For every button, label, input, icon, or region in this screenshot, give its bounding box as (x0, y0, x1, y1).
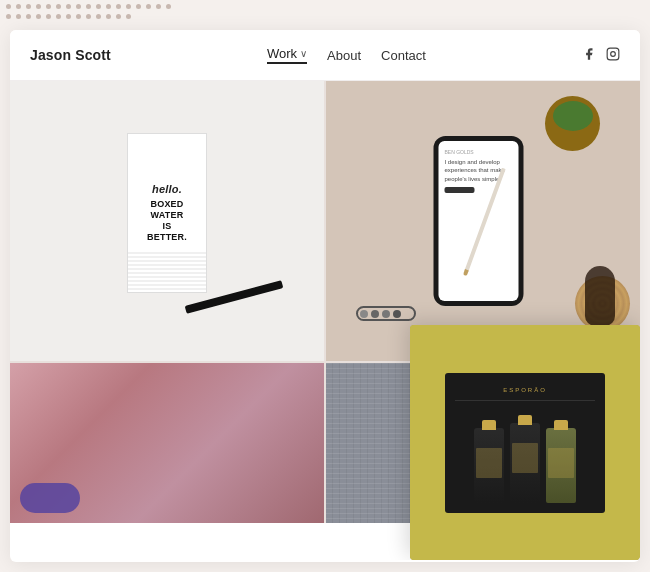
water-waves-decoration (128, 252, 206, 292)
bottle-2-label (512, 443, 538, 473)
hello-text: hello. (152, 183, 182, 195)
content-area: hello. BOXEDWATERISBETTER. BEN GO (10, 81, 640, 560)
dot (106, 4, 111, 9)
dot (146, 4, 151, 9)
dot (6, 4, 11, 9)
dot (126, 4, 131, 9)
decorative-dots (0, 0, 180, 22)
brand-name[interactable]: Jason Scott (30, 47, 111, 63)
nav-link-about[interactable]: About (327, 48, 361, 63)
drink-glass (585, 266, 615, 326)
bottle-1-label (476, 448, 502, 478)
dot (46, 14, 51, 19)
nav-link-contact[interactable]: Contact (381, 48, 426, 63)
instagram-icon[interactable] (606, 47, 620, 64)
dot (156, 4, 161, 9)
gallery-item-pink-abstract[interactable] (10, 363, 324, 523)
brand-label: ESPORÃO (503, 387, 547, 393)
dot (36, 14, 41, 19)
nav-link-work[interactable]: Work ∨ (267, 46, 307, 64)
dot (6, 14, 11, 19)
bottle-1-cap (482, 420, 496, 430)
boxed-water-text: BOXEDWATERISBETTER. (147, 199, 187, 242)
phone-mockup: BEN GOLDS I design and develop experienc… (434, 136, 524, 306)
dot (136, 4, 141, 9)
bottle-3-cap (554, 420, 568, 430)
dot (86, 14, 91, 19)
dot (66, 4, 71, 9)
bracelet (356, 306, 416, 321)
chevron-down-icon: ∨ (300, 48, 307, 59)
svg-point-2 (616, 50, 617, 51)
bottle-2-cap (518, 415, 532, 425)
nav-social-icons (582, 47, 620, 64)
work-label: Work (267, 46, 297, 61)
dot (16, 4, 21, 9)
dot (26, 4, 31, 9)
dot (106, 14, 111, 19)
main-card: Jason Scott Work ∨ About Contact (10, 30, 640, 562)
dot (116, 4, 121, 9)
dot (76, 14, 81, 19)
bottle-3 (546, 428, 576, 503)
nav-links: Work ∨ About Contact (267, 46, 426, 64)
dot (46, 4, 51, 9)
bottles-row (474, 423, 576, 503)
dot (166, 4, 171, 9)
phone-screen-name: BEN GOLDS (445, 149, 513, 155)
gallery-item-phone-design[interactable]: BEN GOLDS I design and develop experienc… (326, 81, 640, 361)
bottle-box-top: ESPORÃO (455, 381, 595, 401)
bottle-1 (474, 428, 504, 503)
gallery-item-boxed-water[interactable]: hello. BOXEDWATERISBETTER. (10, 81, 324, 361)
dot (126, 14, 131, 19)
navbar: Jason Scott Work ∨ About Contact (10, 30, 640, 81)
bottles-background: ESPORÃO (410, 325, 640, 560)
purple-blob (20, 483, 80, 513)
water-carton: hello. BOXEDWATERISBETTER. (127, 133, 207, 293)
dot (86, 4, 91, 9)
bottle-3-label (548, 448, 574, 478)
bottle-box: ESPORÃO (445, 373, 605, 513)
dot (16, 14, 21, 19)
gallery-item-bottle-set[interactable]: ESPORÃO (410, 325, 640, 560)
dot (66, 14, 71, 19)
plant-pot (545, 96, 600, 151)
phone-screen-btn (445, 187, 475, 193)
dot (76, 4, 81, 9)
dot (96, 4, 101, 9)
svg-rect-0 (607, 48, 619, 60)
dot (96, 14, 101, 19)
dot (56, 4, 61, 9)
svg-point-1 (611, 51, 616, 56)
dot (26, 14, 31, 19)
dot (56, 14, 61, 19)
dot (116, 14, 121, 19)
facebook-icon[interactable] (582, 47, 596, 64)
bottle-2 (510, 423, 540, 503)
dot (36, 4, 41, 9)
phone-screen: BEN GOLDS I design and develop experienc… (439, 141, 519, 301)
